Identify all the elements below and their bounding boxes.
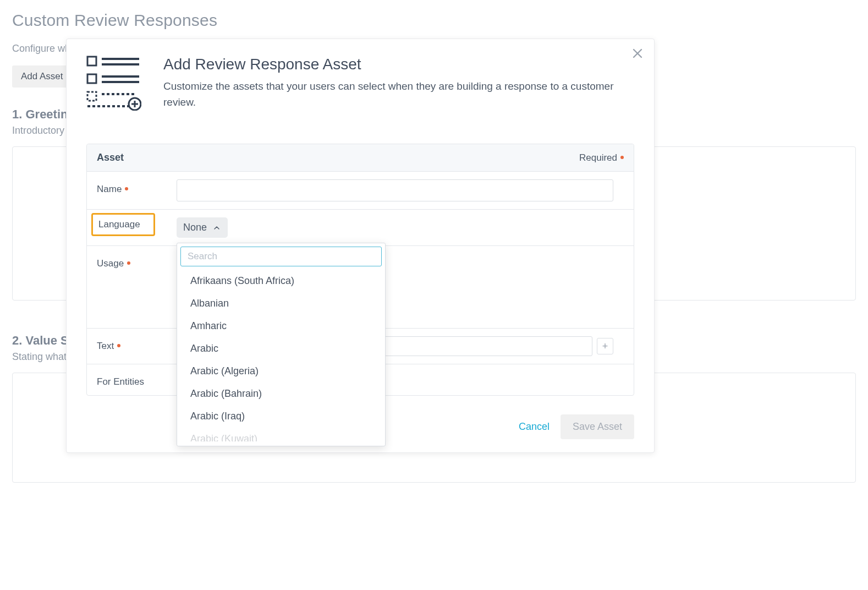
label-for-entities: For Entities — [97, 372, 177, 387]
svg-rect-5 — [87, 74, 96, 83]
language-option[interactable]: Albanian — [177, 292, 385, 315]
language-option[interactable]: Arabic — [177, 337, 385, 360]
label-usage: Usage — [97, 254, 177, 269]
asset-list-icon — [86, 56, 145, 113]
add-asset-button[interactable]: Add Asset — [12, 65, 72, 88]
label-language: Language — [97, 217, 177, 236]
chevron-up-icon — [212, 223, 221, 232]
page-title: Custom Review Responses — [12, 11, 856, 30]
add-asset-modal: Add Review Response Asset Customize the … — [66, 39, 655, 453]
save-asset-button[interactable]: Save Asset — [561, 414, 634, 439]
label-name: Name — [97, 179, 177, 195]
language-option[interactable]: Arabic (Bahrain) — [177, 383, 385, 405]
required-dot-icon — [125, 187, 128, 190]
form-header-required: Required — [579, 152, 624, 163]
required-dot-icon — [127, 261, 130, 265]
required-dot-icon — [620, 156, 624, 159]
modal-title: Add Review Response Asset — [163, 56, 634, 73]
language-option[interactable]: Arabic (Iraq) — [177, 405, 385, 428]
language-option[interactable]: Amharic — [177, 315, 385, 337]
language-dropdown-toggle[interactable]: None — [177, 217, 228, 238]
form-card: Asset Required Name Language — [86, 144, 634, 396]
svg-rect-8 — [87, 92, 96, 101]
name-input[interactable] — [177, 179, 613, 201]
language-option[interactable]: Afrikaans (South Africa) — [177, 270, 385, 292]
svg-rect-2 — [87, 57, 96, 65]
language-option[interactable]: Arabic (Algeria) — [177, 360, 385, 383]
required-dot-icon — [117, 344, 120, 347]
language-search-input[interactable] — [186, 250, 376, 263]
cancel-button[interactable]: Cancel — [519, 421, 550, 433]
plus-icon: + — [602, 341, 608, 352]
label-text: Text — [97, 336, 177, 352]
modal-description: Customize the assets that your users can… — [163, 79, 634, 110]
language-option[interactable]: Arabic (Kuwait) — [177, 428, 385, 441]
close-icon[interactable] — [631, 47, 644, 60]
form-header-asset: Asset — [97, 152, 124, 163]
add-text-button[interactable]: + — [597, 338, 613, 354]
language-dropdown: Afrikaans (South Africa) Albanian Amhari… — [177, 243, 386, 446]
